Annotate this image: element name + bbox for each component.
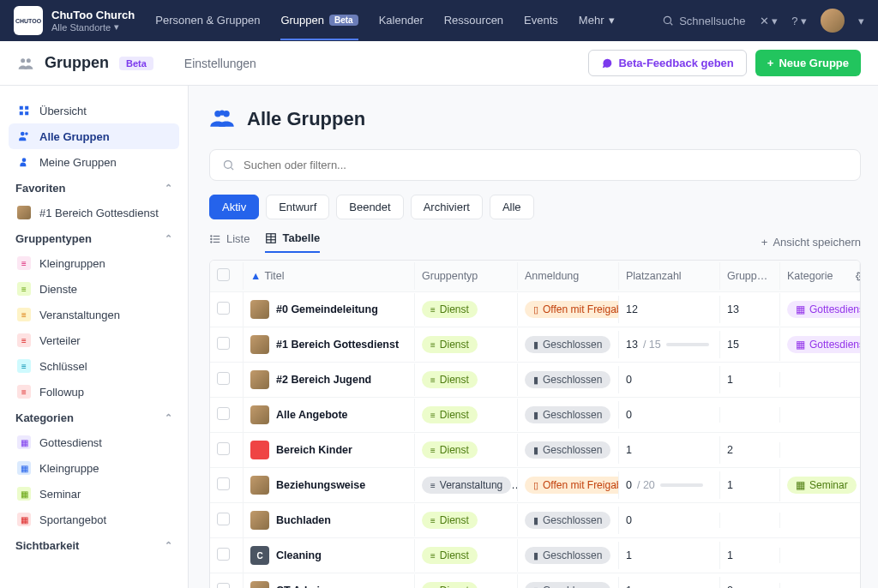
cell-kategorie: ▦Gottesdienst: [779, 328, 861, 361]
col-anmeldung[interactable]: Anmeldung: [517, 262, 618, 290]
kategorien-header[interactable]: Kategorien ⌃: [9, 405, 179, 429]
stack-icon: ≡: [430, 516, 436, 525]
group-avatar: [250, 370, 269, 389]
cell-title[interactable]: #0 Gemeindeleitung: [243, 292, 414, 327]
settings-tab[interactable]: Einstellungen: [184, 57, 256, 70]
tools-icon[interactable]: ✕ ▾: [760, 15, 779, 27]
svg-rect-7: [25, 111, 28, 115]
col-platzanzahl[interactable]: Platzanzahl: [618, 262, 719, 290]
cell-typ: ≡ Dienst: [414, 504, 517, 537]
col-gruppenmitglieder[interactable]: Gruppenmi: [719, 262, 779, 290]
table-row[interactable]: #0 Gemeindeleitung ≡ Dienst ▯ Offen mit …: [210, 292, 860, 327]
sichtbarkeit-header[interactable]: Sichtbarkeit ⌃: [9, 532, 179, 557]
cell-kategorie: [779, 548, 861, 563]
svg-rect-5: [25, 106, 28, 110]
grid-icon: [17, 104, 31, 117]
view-list-label: Liste: [226, 232, 250, 245]
save-view-button[interactable]: + Ansicht speichern: [761, 236, 861, 249]
view-table-label: Tabelle: [282, 231, 320, 244]
nav-kalender[interactable]: Kalender: [379, 2, 424, 40]
cell-mitglieder: [719, 407, 779, 423]
sidebar-item-alle-gruppen[interactable]: Alle Gruppen: [9, 123, 179, 149]
cell-title[interactable]: #1 Bereich Gottesdienst: [243, 327, 414, 362]
org-location[interactable]: Alle Standorte ▾: [51, 21, 135, 33]
favorite-item[interactable]: #1 Bereich Gottesdienst: [9, 200, 179, 225]
logo[interactable]: CHUTOO: [14, 6, 43, 35]
row-checkbox[interactable]: [210, 470, 243, 501]
cell-title[interactable]: Buchladen: [243, 503, 414, 537]
filter-tab-entwurf[interactable]: Entwurf: [266, 195, 329, 219]
sidebar-item[interactable]: ≡ Kleingruppen: [9, 250, 179, 276]
cell-platz: 0: [618, 366, 719, 393]
search-bar[interactable]: [209, 149, 861, 181]
cell-title[interactable]: CCleaning: [243, 538, 414, 573]
registration-pill: ▮ Geschlossen: [525, 336, 610, 353]
search-icon: [662, 15, 674, 27]
row-checkbox[interactable]: [210, 575, 243, 588]
door-closed-icon: ▮: [533, 550, 538, 561]
gruppentypen-header[interactable]: Gruppentypen ⌃: [9, 225, 179, 250]
user-avatar[interactable]: [821, 9, 845, 33]
list-icon: [209, 233, 221, 245]
nav-personen[interactable]: Personen & Gruppen: [155, 2, 260, 40]
chevron-down-icon[interactable]: ▾: [858, 15, 864, 27]
table-row[interactable]: Beziehungsweise ≡ Veranstaltung ▯ Offen …: [210, 468, 860, 503]
table-row[interactable]: #2 Bereich Jugend ≡ Dienst ▮ Geschlossen…: [210, 363, 860, 398]
filter-tab-alle[interactable]: Alle: [490, 195, 534, 219]
col-gruppentyp[interactable]: Gruppentyp: [414, 262, 517, 290]
row-checkbox[interactable]: [210, 329, 243, 360]
sidebar-item[interactable]: ≡ Veranstaltungen: [9, 302, 179, 327]
sidebar-item[interactable]: ▦ Seminar: [9, 481, 179, 507]
row-checkbox[interactable]: [210, 399, 243, 430]
view-table[interactable]: Tabelle: [265, 231, 320, 253]
table-row[interactable]: CT Admin ≡ Dienst ▮ Geschlossen 1 2: [210, 573, 860, 588]
cell-title[interactable]: CT Admin: [243, 573, 414, 588]
sidebar-item[interactable]: ▦ Sportangebot: [9, 507, 179, 532]
sidebar-item-meine-gruppen[interactable]: Meine Gruppen: [9, 149, 179, 175]
view-list[interactable]: Liste: [209, 232, 250, 252]
platz-value: 0: [626, 514, 632, 526]
org-block[interactable]: ChuToo Church Alle Standorte ▾: [51, 9, 135, 33]
filter-tab-aktiv[interactable]: Aktiv: [209, 195, 259, 219]
sidebar-item[interactable]: ▦ Gottesdienst: [9, 429, 179, 455]
col-titel[interactable]: ▲Titel: [243, 262, 414, 290]
table-row[interactable]: Buchladen ≡ Dienst ▮ Geschlossen 0: [210, 503, 860, 538]
cell-title[interactable]: Beziehungsweise: [243, 468, 414, 502]
row-checkbox[interactable]: [210, 294, 243, 325]
stack-icon: ≡: [430, 446, 436, 455]
col-checkbox[interactable]: [210, 261, 243, 291]
help-icon[interactable]: ? ▾: [791, 15, 807, 27]
sidebar-item[interactable]: ≡ Schlüssel: [9, 353, 179, 379]
col-kategorie[interactable]: Kategorie: [779, 262, 861, 290]
sidebar-item[interactable]: ≡ Followup: [9, 379, 179, 405]
cell-kategorie: [779, 442, 861, 458]
nav-mehr[interactable]: Mehr ▾: [579, 2, 616, 40]
table-row[interactable]: Alle Angebote ≡ Dienst ▮ Geschlossen 0: [210, 398, 860, 433]
row-checkbox[interactable]: [210, 435, 243, 465]
row-checkbox[interactable]: [210, 364, 243, 395]
filter-tab-beendet[interactable]: Beendet: [336, 195, 403, 219]
cell-title[interactable]: Alle Angebote: [243, 398, 414, 432]
nav-events[interactable]: Events: [524, 2, 558, 40]
table-row[interactable]: CCleaning ≡ Dienst ▮ Geschlossen 1 1: [210, 538, 860, 573]
new-group-button[interactable]: + Neue Gruppe: [755, 50, 861, 76]
nav-gruppen[interactable]: Gruppen Beta: [280, 2, 358, 40]
favoriten-header[interactable]: Favoriten ⌃: [9, 175, 179, 200]
filter-tab-archiviert[interactable]: Archiviert: [411, 195, 483, 219]
table-row[interactable]: #1 Bereich Gottesdienst ≡ Dienst ▮ Gesch…: [210, 327, 860, 363]
row-checkbox[interactable]: [210, 540, 243, 571]
sidebar-item-label: Gottesdienst: [39, 436, 102, 449]
gear-icon[interactable]: [856, 271, 861, 282]
row-checkbox[interactable]: [210, 505, 243, 536]
quick-search[interactable]: Schnellsuche: [662, 15, 745, 27]
sidebar-item[interactable]: ▦ Kleingruppe: [9, 455, 179, 481]
sidebar-item[interactable]: ≡ Dienste: [9, 276, 179, 302]
sidebar-item[interactable]: ≡ Verteiler: [9, 327, 179, 353]
sidebar-item-übersicht[interactable]: Übersicht: [9, 98, 179, 123]
table-row[interactable]: Bereich Kinder ≡ Dienst ▮ Geschlossen 1 …: [210, 433, 860, 468]
cell-title[interactable]: #2 Bereich Jugend: [243, 363, 414, 397]
feedback-button[interactable]: Beta-Feedback geben: [588, 50, 746, 76]
cell-title[interactable]: Bereich Kinder: [243, 433, 414, 467]
nav-ressourcen[interactable]: Ressourcen: [444, 2, 503, 40]
search-input[interactable]: [244, 159, 848, 171]
